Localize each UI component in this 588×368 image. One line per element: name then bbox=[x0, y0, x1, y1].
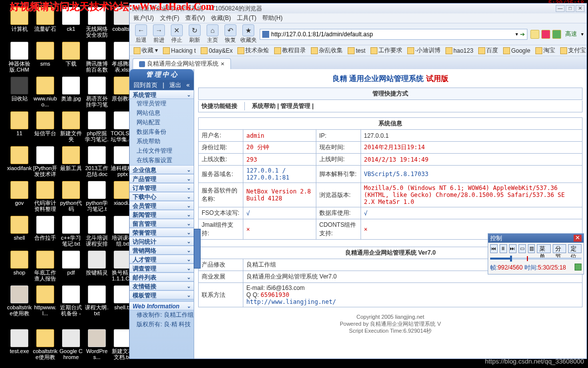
tab-close-icon[interactable]: ✕ bbox=[220, 61, 224, 67]
bookmark-item[interactable]: 淘宝 bbox=[535, 46, 555, 55]
sidebar-cat[interactable]: 会员管理 bbox=[130, 201, 194, 210]
sidebar-cat[interactable]: 邮件列表 bbox=[130, 273, 194, 281]
sidebar-subitem[interactable]: 管理员管理 bbox=[130, 99, 194, 108]
desktop-icon[interactable]: c++学习笔记.txt bbox=[59, 216, 83, 247]
bookmark-item[interactable]: test bbox=[348, 47, 365, 54]
quick-item-1[interactable]: 系统帮助 | 管理员管理 | bbox=[252, 102, 314, 110]
address-bar[interactable]: ▾ ➔ bbox=[260, 29, 527, 40]
bookmark-item[interactable]: 技术杂烩 bbox=[237, 46, 269, 55]
sidebar-cat[interactable]: 留言管理 bbox=[130, 219, 194, 228]
player-extra2[interactable]: ▥ bbox=[528, 244, 535, 253]
toolbar-停止[interactable]: ✕停止 bbox=[168, 24, 185, 44]
ext-icon-2[interactable] bbox=[541, 30, 550, 39]
desktop-icon[interactable]: 北斗培训课程安排 bbox=[84, 216, 109, 247]
desktop-icon[interactable]: 按键精灵 bbox=[84, 251, 109, 276]
desktop-icon[interactable]: test.exe bbox=[7, 329, 32, 354]
desktop-icon[interactable]: php挖掘学习笔记.t bbox=[84, 111, 109, 142]
desktop-icon[interactable]: WordPres... bbox=[84, 329, 109, 360]
player-extra1[interactable]: ▭ bbox=[518, 244, 526, 253]
menu-item[interactable]: 工具(T) bbox=[237, 14, 256, 22]
sidebar-home[interactable]: 回到首页 | 退出 « bbox=[130, 80, 194, 90]
sidebar-cat[interactable]: 营销网络 bbox=[130, 246, 194, 255]
ext-icon-3[interactable] bbox=[552, 30, 561, 39]
sidebar-cat[interactable]: 订单管理 bbox=[130, 183, 194, 192]
bookmark-item[interactable]: Hacking t bbox=[163, 47, 196, 54]
bookmark-item[interactable]: 百度 bbox=[478, 46, 498, 55]
desktop-icon[interactable]: 回收站 bbox=[7, 77, 32, 101]
ext-icon-1[interactable] bbox=[530, 30, 539, 39]
go-icon[interactable]: ➔ bbox=[520, 31, 525, 38]
desktop-icon[interactable]: xiaodifank bbox=[7, 146, 32, 171]
sidebar-subitem[interactable]: 网站信息 bbox=[130, 108, 194, 118]
desktop-icon[interactable]: 短信平台 bbox=[33, 111, 58, 136]
toolbar-刷新[interactable]: ↻刷新 bbox=[186, 24, 203, 44]
player-pause-button[interactable]: ⏸ bbox=[500, 244, 507, 253]
sidebar-webinfo-title[interactable]: Web Information bbox=[130, 301, 194, 310]
bookmark-item[interactable]: 杂乱收集 bbox=[311, 46, 343, 55]
desktop-icon[interactable]: 课程大纲.txt bbox=[84, 285, 109, 316]
contact-site[interactable]: http://www.liangjing.net/ bbox=[246, 298, 336, 305]
sidebar-cat[interactable]: 模板管理 bbox=[130, 290, 194, 299]
toolbar-前进[interactable]: →前进 bbox=[150, 24, 167, 44]
desktop-icon[interactable]: 新建文件夹 bbox=[59, 111, 83, 142]
desktop-icon[interactable]: cobaltstrike使用教材.zip bbox=[7, 285, 32, 316]
logout-link[interactable]: 退出 bbox=[169, 80, 181, 90]
sidebar-subitem[interactable]: 上传文件管理 bbox=[130, 146, 194, 156]
sidebar-cat[interactable]: 访问统计 bbox=[130, 237, 194, 246]
maximize-button[interactable]: □ bbox=[566, 5, 575, 12]
menu-item[interactable]: 帮助(H) bbox=[262, 14, 283, 22]
desktop-icon[interactable]: [Python开发技术详解 bbox=[33, 146, 58, 177]
sidebar-cat-system[interactable]: 系统管理 bbox=[130, 90, 194, 99]
bookmark-item[interactable]: ·小迪训博 bbox=[407, 46, 441, 55]
url-input[interactable] bbox=[271, 31, 514, 38]
bookmark-item[interactable]: 收藏 ▾ bbox=[134, 46, 158, 55]
dropdown-icon[interactable]: ▾ bbox=[515, 31, 518, 37]
desktop-icon[interactable]: Google Chrome bbox=[59, 329, 83, 360]
bookmark-item[interactable]: 工作要求 bbox=[370, 46, 402, 55]
desktop-icon[interactable]: pdf bbox=[59, 251, 83, 276]
quick-item-0[interactable]: 快捷功能链接 bbox=[202, 102, 245, 110]
desktop-icon[interactable]: 近期台式机备份 - 快捷方... bbox=[59, 285, 83, 316]
player-slider[interactable] bbox=[490, 258, 582, 260]
sidebar-cat[interactable]: 人才管理 bbox=[130, 255, 194, 264]
desktop-icon[interactable]: python学习笔记.t bbox=[84, 181, 109, 212]
bookmark-item[interactable]: 支付宝 bbox=[560, 46, 586, 55]
menu-item[interactable]: 文件(F) bbox=[160, 14, 179, 22]
desktop-icon[interactable]: httpwww.l... bbox=[33, 285, 58, 316]
bookmark-item[interactable]: Google bbox=[503, 47, 530, 54]
sidebar-subitem[interactable]: 数据库备份 bbox=[130, 127, 194, 137]
desktop-icon[interactable]: 年底工作查人报告 bbox=[33, 251, 58, 281]
toolbar-主页[interactable]: ⌂主页 bbox=[204, 24, 221, 44]
menu-item[interactable]: 账户(U) bbox=[134, 14, 154, 22]
bookmark-item[interactable]: hao123 bbox=[445, 47, 473, 54]
desktop-icon[interactable]: 11 bbox=[7, 111, 32, 136]
desktop-icon[interactable]: 下载 bbox=[59, 42, 83, 67]
toolbar-收藏夹[interactable]: ★收藏夹 bbox=[240, 24, 257, 44]
sidebar-cat[interactable]: 新闻管理 bbox=[130, 210, 194, 219]
desktop-icon[interactable]: 奥迪.jpg bbox=[59, 77, 83, 101]
sidebar-subitem[interactable]: 网站配置 bbox=[130, 118, 194, 127]
sidebar-subitem[interactable]: 在线客服设置 bbox=[130, 156, 194, 165]
desktop-icon[interactable]: 易语言外挂学习笔记.txt bbox=[84, 77, 109, 107]
desktop-icon[interactable]: shop bbox=[7, 251, 32, 276]
sidebar-cat[interactable]: 下载中心 bbox=[130, 192, 194, 201]
desktop-icon[interactable]: 神器体验版.CHM bbox=[7, 42, 32, 73]
speaker-icon[interactable] bbox=[575, 264, 582, 271]
desktop-icon[interactable]: 腾讯微博前百名数据1.xlsx bbox=[84, 42, 109, 73]
minimize-button[interactable]: — bbox=[556, 5, 565, 12]
sidebar-cat[interactable]: 荣誉管理 bbox=[130, 228, 194, 237]
sidebar-subitem[interactable]: 系统帮助 bbox=[130, 137, 194, 146]
sidebar-cat[interactable]: 调查管理 bbox=[130, 264, 194, 273]
player-prev-button[interactable]: ⏮ bbox=[490, 244, 498, 253]
desktop-icon[interactable]: 代码审计资料整理 bbox=[33, 181, 58, 212]
close-button[interactable]: ✕ bbox=[576, 5, 585, 12]
player-next-button[interactable]: ⏭ bbox=[509, 244, 516, 253]
collapse-icon[interactable]: « bbox=[186, 80, 190, 90]
desktop-icon[interactable]: cobaltstrike使用教材 bbox=[33, 329, 58, 360]
desktop-icon[interactable]: www.niubo... bbox=[33, 77, 58, 107]
desktop-icon[interactable]: 最新工具 bbox=[59, 146, 83, 171]
player-loc-button[interactable]: 定位 bbox=[568, 244, 582, 253]
desktop-icon[interactable]: gov bbox=[7, 181, 32, 206]
desktop-icon[interactable]: shell bbox=[7, 216, 32, 241]
desktop-icon[interactable]: 合作拉手 bbox=[33, 216, 58, 241]
